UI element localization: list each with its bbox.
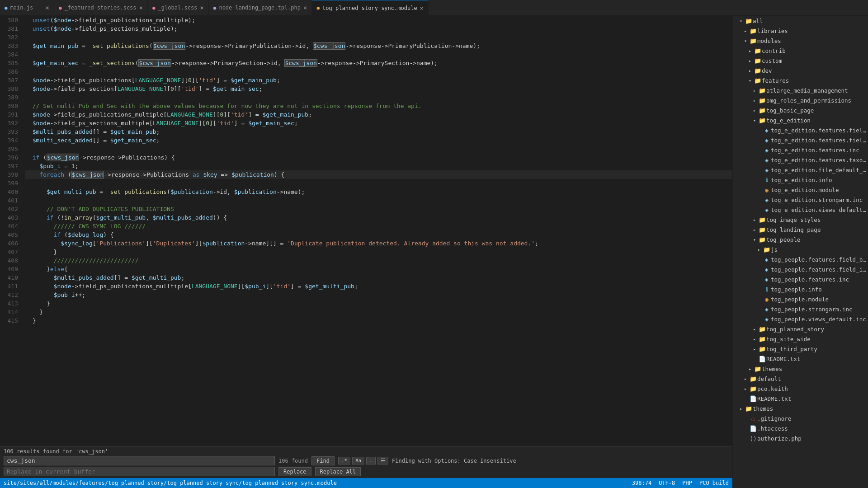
file-README_txt[interactable]: 📄README.txt bbox=[733, 354, 868, 364]
folder-tog_image_styles[interactable]: ▸📁tog_image_styles bbox=[733, 215, 868, 225]
info-file-icon: ℹ bbox=[763, 177, 771, 183]
file-README_txt[interactable]: 📄README.txt bbox=[733, 394, 868, 404]
folder-all[interactable]: ▾📁all bbox=[733, 16, 868, 26]
folder-modules[interactable]: ▾📁modules bbox=[733, 36, 868, 46]
code-content[interactable]: unset($node->field_ps_publications_mullt… bbox=[22, 16, 732, 446]
tree-item-label: themes bbox=[762, 366, 868, 372]
folder-icon: 📁 bbox=[754, 366, 762, 372]
file-authorize_php[interactable]: ⟨⟩authorize.php bbox=[733, 433, 868, 443]
file-tog_people_views_default_inc[interactable]: ◈tog_people.views_default.inc bbox=[733, 314, 868, 324]
inc-file-icon: ◈ bbox=[763, 306, 771, 313]
folder-themes[interactable]: ▸📁themes bbox=[733, 364, 868, 374]
folder-icon: 📁 bbox=[758, 236, 766, 243]
php-file-icon: ⟨⟩ bbox=[749, 435, 757, 442]
file-tog_e_edition_features_field_base_inc[interactable]: ◈tog_e_edition.features.field_base.inc bbox=[733, 125, 868, 135]
tab-close[interactable]: × bbox=[46, 4, 49, 11]
inc-file-icon: ◈ bbox=[763, 157, 771, 164]
case-sensitive-button[interactable]: Aa bbox=[352, 457, 364, 465]
inc-file-icon: ◈ bbox=[763, 256, 771, 263]
line-number: 385 bbox=[4, 59, 18, 67]
tab-tog-planned-story-sync[interactable]: ●tog_planned_story_sync.module× bbox=[312, 0, 429, 15]
folder-tog_planned_story[interactable]: ▸📁tog_planned_story bbox=[733, 324, 868, 334]
status-position: 398:74 bbox=[632, 480, 651, 486]
status-encoding: UTF-8 bbox=[659, 480, 675, 486]
tree-item-label: README.txt bbox=[766, 356, 868, 362]
search-input[interactable] bbox=[7, 457, 272, 464]
folder-tog_basic_page[interactable]: ▸📁tog_basic_page bbox=[733, 105, 868, 115]
folder-dev[interactable]: ▸📁dev bbox=[733, 66, 868, 75]
tree-item-label: dev bbox=[762, 67, 868, 74]
replace-input[interactable] bbox=[7, 468, 272, 475]
tab-featured-stories-scss[interactable]: ●_featured-stories.scss× bbox=[54, 0, 148, 15]
tree-item-label: tog_people.features.field_instance.inc bbox=[771, 266, 868, 273]
file-tog_people_features_field_instance_inc[interactable]: ◈tog_people.features.field_instance.inc bbox=[733, 264, 868, 274]
folder-default[interactable]: ▸📁default bbox=[733, 374, 868, 384]
folder-atlarge_media_management[interactable]: ▸📁atlarge_media_management bbox=[733, 85, 868, 95]
folder-themes[interactable]: ▸📁themes bbox=[733, 404, 868, 413]
find-button[interactable]: Find bbox=[311, 456, 335, 465]
replace-button[interactable]: Replace bbox=[278, 467, 311, 476]
tab-close[interactable]: × bbox=[303, 4, 307, 11]
line-number: 398 bbox=[4, 170, 18, 179]
search-results-text: 106 results found for 'cws_json' bbox=[4, 448, 729, 455]
file-tog_e_edition_features_taxonomy_inc[interactable]: ◈tog_e_edition.features.taxonomy.inc bbox=[733, 155, 868, 165]
options-button[interactable]: ☰ bbox=[377, 457, 388, 465]
folder-tog_e_edition[interactable]: ▾📁tog_e_edition bbox=[733, 115, 868, 125]
folder-icon: 📁 bbox=[749, 375, 757, 382]
folder-arrow: ▸ bbox=[751, 217, 758, 222]
code-line: //////////////////////// bbox=[25, 256, 732, 265]
status-right: 398:74 UTF-8 PHP PCO_build bbox=[632, 480, 729, 486]
tree-item-label: tog_image_styles bbox=[766, 216, 868, 223]
folder-libraries[interactable]: ▸📁libraries bbox=[733, 26, 868, 36]
folder-icon: 📁 bbox=[758, 87, 766, 94]
line-number: 380 bbox=[4, 16, 18, 24]
tab-main-js[interactable]: ●main.js× bbox=[0, 0, 54, 15]
file-_gitignore[interactable]: ◌.gitignore bbox=[733, 413, 868, 423]
inc-file-icon: ◈ bbox=[763, 266, 771, 273]
folder-arrow: ▸ bbox=[742, 28, 749, 33]
tab-close[interactable]: × bbox=[420, 5, 424, 12]
file-tog_people_module[interactable]: ◉tog_people.module bbox=[733, 294, 868, 304]
tab-close[interactable]: × bbox=[139, 4, 143, 11]
file-tog_e_edition_views_default_inc[interactable]: ◈tog_e_edition.views_default.inc bbox=[733, 205, 868, 215]
folder-tog_landing_page[interactable]: ▸📁tog_landing_page bbox=[733, 225, 868, 235]
line-number: 404 bbox=[4, 222, 18, 230]
file-tog_people_strongarm_inc[interactable]: ◈tog_people.strongarm.inc bbox=[733, 304, 868, 314]
folder-features[interactable]: ▾📁features bbox=[733, 75, 868, 85]
code-line: } bbox=[25, 299, 732, 308]
folder-arrow: ▸ bbox=[746, 58, 754, 63]
folder-js[interactable]: ▸📁js bbox=[733, 244, 868, 254]
code-line: $get_multi_pub = _set_publications($publ… bbox=[25, 188, 732, 196]
folder-contrib[interactable]: ▸📁contrib bbox=[733, 46, 868, 56]
file-tog_e_edition_features_inc[interactable]: ◈tog_e_edition.features.inc bbox=[733, 145, 868, 155]
tab-close[interactable]: × bbox=[200, 4, 203, 11]
file-tog_people_info[interactable]: ℹtog_people.info bbox=[733, 284, 868, 294]
folder-custom[interactable]: ▸📁custom bbox=[733, 56, 868, 66]
file-tog_e_edition_features_field_instance_inc[interactable]: ◈tog_e_edition.features.field_instance.i… bbox=[733, 135, 868, 145]
folder-omg_roles_and_permissions[interactable]: ▸📁omg_roles_and_permissions bbox=[733, 95, 868, 105]
regex-button[interactable]: .* bbox=[338, 457, 350, 465]
folder-tog_people[interactable]: ▾📁tog_people bbox=[733, 235, 868, 244]
file-tog_e_edition_strongarm_inc[interactable]: ◈tog_e_edition.strongarm.inc bbox=[733, 195, 868, 205]
folder-pco_keith[interactable]: ▸📁pco.keith bbox=[733, 384, 868, 394]
file-tog_e_edition_file_default_displays_inc[interactable]: ◈tog_e_edition.file_default_displays.inc bbox=[733, 165, 868, 175]
tab-global-scss[interactable]: ●_global.scss× bbox=[148, 0, 209, 15]
folder-tog_site_wide[interactable]: ▸📁tog_site_wide bbox=[733, 334, 868, 344]
tree-item-label: themes bbox=[753, 405, 868, 412]
folder-tog_third_party[interactable]: ▸📁tog_third_party bbox=[733, 344, 868, 354]
file-tog_people_features_inc[interactable]: ◈tog_people.features.inc bbox=[733, 274, 868, 284]
line-number: 401 bbox=[4, 196, 18, 205]
tab-node-landing-page-tpl[interactable]: ●node-landing_page.tpl.php× bbox=[209, 0, 312, 15]
case-insensitive-label: Case Insensitive bbox=[464, 458, 516, 464]
line-number: 391 bbox=[4, 110, 18, 119]
code-line: unset($node->field_ps_publications_mullt… bbox=[25, 16, 732, 24]
file-_htaccess[interactable]: 📄.htaccess bbox=[733, 423, 868, 433]
file-tog_e_edition_module[interactable]: ◉tog_e_edition.module bbox=[733, 185, 868, 195]
code-line bbox=[25, 67, 732, 76]
whole-word-button[interactable]: — bbox=[366, 457, 376, 465]
file-tog_e_edition_info[interactable]: ℹtog_e_edition.info bbox=[733, 175, 868, 185]
file-tog_people_features_field_base_inc[interactable]: ◈tog_people.features.field_base.inc bbox=[733, 254, 868, 264]
replace-all-button[interactable]: Replace All bbox=[315, 467, 361, 476]
tab-label: _global.scss bbox=[158, 5, 198, 11]
tree-item-label: libraries bbox=[757, 28, 868, 34]
